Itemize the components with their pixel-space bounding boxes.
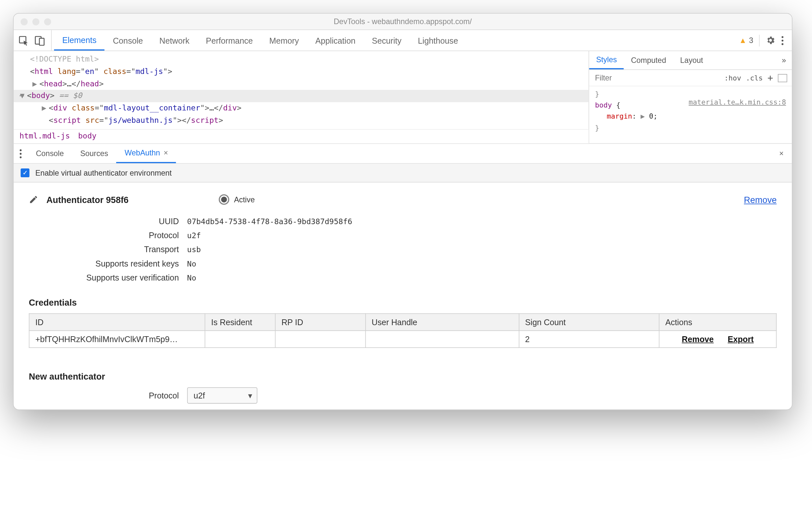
svg-point-3 xyxy=(782,36,784,38)
svg-rect-2 xyxy=(39,38,44,45)
tab-performance[interactable]: Performance xyxy=(198,30,261,51)
minimize-window-button[interactable] xyxy=(32,18,39,25)
svg-point-7 xyxy=(20,153,22,154)
prop-value: usb xyxy=(187,245,201,254)
dom-tree[interactable]: <!DOCTYPE html> <html lang="en" class="m… xyxy=(14,51,589,144)
active-label: Active xyxy=(234,195,255,204)
select-value: u2f xyxy=(193,391,205,400)
dom-body-selected[interactable]: ⋯▼<body> == $0 xyxy=(14,90,589,102)
svg-point-8 xyxy=(20,156,22,158)
prop-value: u2f xyxy=(187,231,201,240)
enable-virtual-authenticator-bar: ✓ Enable virtual authenticator environme… xyxy=(14,164,792,183)
drawer-tab-label: WebAuthn xyxy=(125,149,160,157)
prop-label: Supports user verification xyxy=(41,273,187,282)
side-tab-layout[interactable]: Layout xyxy=(673,51,710,70)
dom-div: ▶<div class="mdl-layout__container">…</d… xyxy=(14,102,589,114)
credential-remove-link[interactable]: Remove xyxy=(682,334,714,344)
hover-toggle[interactable]: :hov xyxy=(724,74,741,82)
css-prop: margin xyxy=(607,112,632,121)
table-header[interactable]: User Handle xyxy=(366,314,519,331)
enable-label: Enable virtual authenticator environment xyxy=(35,168,172,177)
window-title: DevTools - webauthndemo.appspot.com/ xyxy=(14,17,792,26)
tab-lighthouse[interactable]: Lighthouse xyxy=(410,30,466,51)
remove-authenticator-link[interactable]: Remove xyxy=(744,194,777,205)
tab-security[interactable]: Security xyxy=(364,30,410,51)
warning-icon: ▲ xyxy=(739,36,747,45)
inspect-element-icon[interactable] xyxy=(18,35,29,46)
main-toolbar: Elements Console Network Performance Mem… xyxy=(14,30,792,51)
credential-is-resident xyxy=(205,331,275,348)
kebab-menu-icon[interactable] xyxy=(781,35,784,45)
stylesheet-source-link[interactable]: material.te…k.min.css:8 xyxy=(689,97,786,108)
warning-count-value: 3 xyxy=(749,36,753,45)
tab-console[interactable]: Console xyxy=(105,30,151,51)
credential-user-handle xyxy=(366,331,519,348)
credential-sign-count: 2 xyxy=(519,331,659,348)
table-header[interactable]: ID xyxy=(29,314,205,331)
new-auth-protocol-label: Protocol xyxy=(29,391,187,400)
side-tab-styles[interactable]: Styles xyxy=(589,51,624,70)
credentials-title: Credentials xyxy=(29,297,777,308)
tab-network[interactable]: Network xyxy=(151,30,198,51)
table-header[interactable]: Actions xyxy=(659,314,777,331)
drawer-tab-sources[interactable]: Sources xyxy=(72,144,116,163)
tab-elements[interactable]: Elements xyxy=(54,30,105,51)
prop-label: UUID xyxy=(41,217,187,226)
active-radio[interactable]: Active xyxy=(219,194,255,205)
dom-breadcrumb[interactable]: html.mdl-js body xyxy=(14,129,589,143)
dom-head: ▶<head>…</head> xyxy=(14,78,589,90)
new-style-rule-icon[interactable]: + xyxy=(767,72,773,83)
side-tab-more-icon[interactable]: » xyxy=(776,51,792,70)
tab-memory[interactable]: Memory xyxy=(261,30,307,51)
zoom-window-button[interactable] xyxy=(44,18,51,25)
breadcrumb-item[interactable]: html.mdl-js xyxy=(20,130,70,142)
prop-label: Protocol xyxy=(41,231,187,240)
svg-point-5 xyxy=(782,43,784,45)
new-auth-protocol-select[interactable]: u2f xyxy=(187,387,257,404)
drawer-tab-webauthn[interactable]: WebAuthn × xyxy=(117,144,176,163)
pencil-icon[interactable] xyxy=(29,195,38,204)
close-tab-icon[interactable]: × xyxy=(163,149,168,157)
dom-doctype: <!DOCTYPE html> xyxy=(30,55,99,63)
gear-icon[interactable] xyxy=(765,35,776,45)
window-titlebar: DevTools - webauthndemo.appspot.com/ xyxy=(14,14,792,30)
css-val: 0 xyxy=(649,112,653,121)
prop-value: 07b4db54-7538-4f78-8a36-9bd387d958f6 xyxy=(187,217,352,226)
styles-body[interactable]: } body { margin: ▶ 0; } material.te…k.mi… xyxy=(589,86,792,144)
side-tab-computed[interactable]: Computed xyxy=(624,51,673,70)
drawer-menu-icon[interactable] xyxy=(14,144,28,163)
box-model-icon[interactable] xyxy=(778,74,787,82)
tab-application[interactable]: Application xyxy=(307,30,364,51)
drawer-tab-console[interactable]: Console xyxy=(28,144,72,163)
main-tabs: Elements Console Network Performance Mem… xyxy=(54,30,737,51)
dom-script: <script src="js/webauthn.js"></script> xyxy=(14,114,589,126)
device-toolbar-icon[interactable] xyxy=(35,35,45,46)
credential-export-link[interactable]: Export xyxy=(728,334,754,344)
table-row: +bfTQHHRzKOfhilMnvIvClkWTm5p9… 2 Remove … xyxy=(29,331,777,348)
enable-checkbox[interactable]: ✓ xyxy=(21,168,29,177)
table-header[interactable]: Is Resident xyxy=(205,314,275,331)
credential-rp-id xyxy=(275,331,366,348)
prop-label: Transport xyxy=(41,245,187,254)
prop-value: No xyxy=(187,274,196,282)
prop-label: Supports resident keys xyxy=(41,259,187,268)
close-window-button[interactable] xyxy=(21,18,28,25)
authenticator-title: Authenticator 958f6 xyxy=(47,194,129,205)
table-header[interactable]: RP ID xyxy=(275,314,366,331)
styles-filter-input[interactable] xyxy=(589,73,720,82)
svg-point-6 xyxy=(20,149,22,151)
credential-id: +bfTQHHRzKOfhilMnvIvClkWTm5p9… xyxy=(29,331,205,348)
css-selector: body xyxy=(595,101,612,109)
table-header[interactable]: Sign Count xyxy=(519,314,659,331)
warning-count[interactable]: ▲ 3 xyxy=(739,36,753,45)
cls-toggle[interactable]: .cls xyxy=(746,74,763,82)
new-authenticator-title: New authenticator xyxy=(29,371,777,382)
close-drawer-icon[interactable]: × xyxy=(771,144,792,163)
svg-point-4 xyxy=(782,40,784,42)
dom-html-open: <html lang="en" class="mdl-js"> xyxy=(14,66,589,78)
breadcrumb-item[interactable]: body xyxy=(78,130,96,142)
credentials-table: ID Is Resident RP ID User Handle Sign Co… xyxy=(29,313,777,348)
prop-value: No xyxy=(187,259,196,268)
